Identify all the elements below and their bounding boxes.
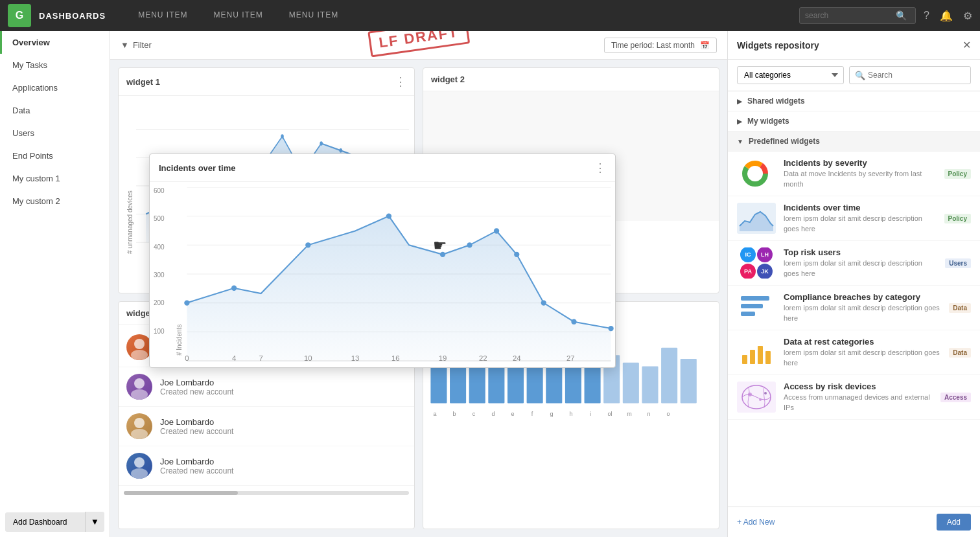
widget3-scrollbar[interactable] [124,491,409,495]
svg-rect-75 [765,351,771,364]
y-label-300: 300 [154,271,172,279]
y-label-100: 100 [154,328,172,335]
shared-arrow-icon: ▶ [737,98,742,105]
add-dashboard-btn[interactable]: Add Dashboard ▼ [5,512,104,532]
menu-item-1[interactable]: MENU ITEM [125,0,200,31]
user-name-4: Joe Lombardo [160,457,233,466]
avatar-lh: LH [757,247,773,262]
sidebar-item-custom2-label: My custom 2 [12,196,60,206]
predefined-widgets-label: Predefined widgets [749,137,820,146]
svg-point-21 [134,457,145,468]
time-period-selector[interactable]: Time period: Last month 📅 [604,38,717,53]
svg-rect-73 [750,350,755,364]
repo-item-top-risk: IC LH PA JK Top risk users lorem ipsm do… [728,241,980,286]
svg-point-11 [339,148,342,153]
data-rest-tag: Data [949,348,971,358]
menu-item-2[interactable]: MENU ITEM [201,0,276,31]
compliance-name: Compliance breaches by category [784,292,941,302]
top-search-box[interactable]: 🔍 [799,7,916,24]
user-name-3: Joe Lombardo [160,417,233,427]
top-risk-desc: lorem ipsm dolar sit amit descrip descri… [784,258,937,279]
user-item-3: Joe Lombardo Created new account [119,407,414,446]
top-risk-name: Top risk users [784,247,937,257]
svg-rect-33 [623,363,639,404]
incidents-severity-tag: Policy [944,169,971,179]
area-chart-icon [737,203,776,234]
widget4-labels: a b c d e f g h i ol m n o [423,411,719,417]
bar-label-ol: ol [601,411,619,417]
bar-label-b: b [445,411,463,417]
svg-rect-69 [741,296,769,301]
help-icon[interactable]: ? [924,10,929,21]
repo-item-access: Access by risk devices Access from unman… [728,375,980,420]
avatar-ic: IC [740,247,756,262]
top-search-input[interactable] [805,11,896,20]
overlay-menu[interactable]: ⋮ [594,161,606,175]
sidebar-item-endpoints[interactable]: End Points [0,144,110,167]
shared-widgets-header[interactable]: ▶ Shared widgets [728,91,980,111]
sidebar-item-custom1[interactable]: My custom 1 [0,167,110,190]
time-period-text: Time period: Last month [611,41,695,50]
sidebar-item-overview[interactable]: Overview [0,31,110,54]
repo-item-compliance: Compliance breaches by category lorem ip… [728,286,980,330]
my-widgets-header[interactable]: ▶ My widgets [728,111,980,131]
notifications-icon[interactable]: 🔔 [940,10,953,22]
user-name-2: Joe Lombardo [160,378,233,387]
user-avatar-3 [126,413,152,439]
repo-item-data-rest: Data at rest categories lorem ipsm dolar… [728,330,980,375]
right-panel-close-btn[interactable]: ✕ [962,39,971,51]
y-label-500: 500 [154,215,172,222]
sidebar-item-applications[interactable]: Applications [0,76,110,99]
menu-item-3[interactable]: MENU ITEM [276,0,351,31]
widget-1-title: widget 1 [126,77,160,87]
category-select[interactable]: All categories [737,66,844,84]
repo-item-incidents-severity: Incidents by severity Data at move Incid… [728,152,980,196]
add-button[interactable]: Add [937,514,971,531]
overlay-yaxis: 600 500 400 300 200 100 [150,187,176,356]
add-dashboard-arrow-btn[interactable]: ▼ [85,512,104,532]
user-action-4: Created new account [160,466,233,475]
widget-search-field[interactable]: 🔍 [849,66,971,84]
predefined-widgets-header[interactable]: ▼ Predefined widgets [728,131,980,152]
predefined-arrow-icon: ▼ [737,138,743,145]
widget-2-header: widget 2 [423,68,719,91]
svg-point-19 [134,418,145,428]
widget-search-input[interactable] [868,71,965,80]
settings-icon[interactable]: ⚙ [963,10,972,22]
incidents-time-thumb [737,203,776,234]
filter-bar: ▼ Filter LF DRAFT Time period: Last mont… [110,31,727,60]
y-label-600: 600 [154,187,172,194]
overlay-chart-container: 600 500 400 300 200 100 # Incidents [150,182,615,367]
data-rest-name: Data at rest categories [784,337,941,347]
svg-rect-72 [742,355,747,364]
compliance-desc: lorem ipsm dolar sit amit descrip descri… [784,303,941,323]
sidebar-item-data-label: Data [12,106,30,115]
svg-text:19: 19 [439,354,447,362]
svg-text:7: 7 [259,354,262,362]
repo-item-incidents-time: Incidents over time lorem ipsm dolar sit… [728,196,980,241]
add-dashboard-main-btn[interactable]: Add Dashboard [5,512,85,532]
user-avatar-2 [126,374,152,400]
widget3-scrollbar-thumb [124,491,238,495]
filter-label[interactable]: ▼ Filter [121,40,152,50]
sidebar-item-data[interactable]: Data [0,99,110,122]
widgets-list: ▶ Shared widgets ▶ My widgets ▼ Predefin… [728,91,980,507]
widget-1-menu[interactable]: ⋮ [395,74,406,89]
svg-point-79 [764,392,767,394]
compliance-thumb [737,292,776,323]
avatar-pa: PA [740,264,756,279]
sidebar-item-tasks[interactable]: My Tasks [0,54,110,76]
sidebar-item-users[interactable]: Users [0,122,110,144]
my-widgets-arrow-icon: ▶ [737,118,742,125]
user-item-2: Joe Lombardo Created new account [119,367,414,407]
svg-rect-35 [661,348,677,404]
filter-icon: ▼ [121,40,129,50]
svg-point-15 [134,339,145,349]
sidebar-item-custom2[interactable]: My custom 2 [0,190,110,212]
incidents-severity-info: Incidents by severity Data at move Incid… [784,158,937,189]
svg-point-47 [440,252,445,257]
add-new-link[interactable]: + Add New [737,518,775,527]
bar-label-n: n [640,411,658,417]
user-action-2: Created new account [160,387,233,396]
incidents-severity-thumb [737,158,776,189]
